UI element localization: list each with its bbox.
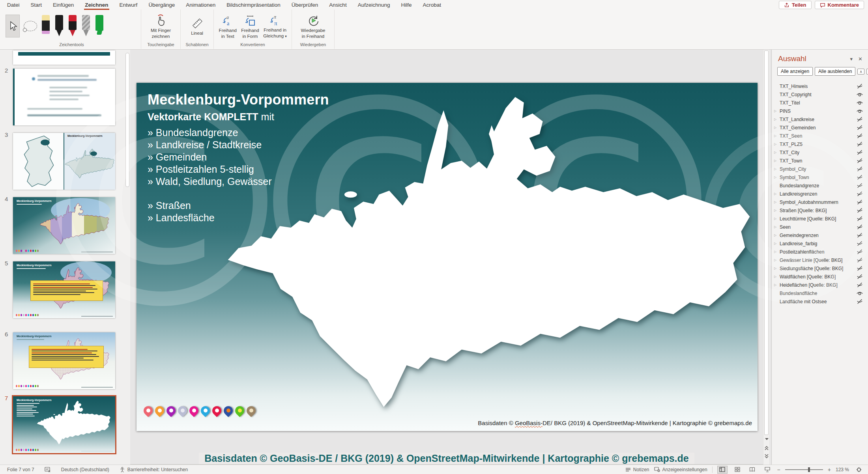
previous-slide-button[interactable] [764, 445, 769, 451]
current-slide[interactable]: Mecklenburg-Vorpommern Vektorkarte KOMPL… [137, 83, 758, 431]
move-down-button[interactable]: ∨ [866, 69, 868, 75]
selection-item[interactable]: ▷TXT_City [772, 148, 868, 157]
selection-item[interactable]: Bundeslandgrenze [772, 181, 868, 190]
map-pin-icon[interactable] [144, 406, 153, 419]
expand-icon[interactable]: ▷ [774, 151, 779, 154]
ink-replay-button[interactable]: Wiedergabe in Freihand [298, 13, 328, 39]
selection-item[interactable]: ▷Postleitzahlenflächen [772, 248, 868, 256]
selection-item[interactable]: ▷Gewässer Linie [Quelle: BKG] [772, 256, 868, 264]
expand-icon[interactable]: ▷ [774, 275, 779, 278]
pen-red[interactable] [68, 15, 77, 37]
map-pin-icon[interactable] [178, 406, 187, 419]
hidden-eye-icon[interactable] [855, 258, 863, 263]
expand-icon[interactable]: ▷ [774, 134, 779, 138]
normal-view-button[interactable] [717, 466, 728, 474]
show-all-button[interactable]: Alle anzeigen [777, 67, 813, 76]
selection-item[interactable]: ▷Waldflächen [Quelle: BKG] [772, 272, 868, 281]
hidden-eye-icon[interactable] [855, 158, 863, 163]
hidden-eye-icon[interactable] [855, 142, 863, 147]
expand-icon[interactable]: ▷ [774, 242, 779, 245]
selection-item[interactable]: ▷Seen [772, 223, 868, 231]
selection-item[interactable]: ▷PINS [772, 107, 868, 115]
hidden-eye-icon[interactable] [855, 233, 863, 238]
hidden-eye-icon[interactable] [855, 200, 863, 205]
selection-item[interactable]: ▷Leuchttürme [Quelle: BKG] [772, 215, 868, 223]
slide-sorter-view-button[interactable] [732, 466, 743, 474]
pane-close-icon[interactable]: ✕ [858, 56, 862, 62]
pen-yellow-highlighter[interactable] [41, 15, 51, 37]
pane-menu-icon[interactable]: ▾ [850, 56, 853, 62]
tab-entwurf[interactable]: Entwurf [119, 1, 138, 9]
expand-icon[interactable]: ▷ [774, 109, 779, 113]
hidden-eye-icon[interactable] [855, 224, 863, 230]
map-pin-icon[interactable] [235, 406, 245, 419]
tab-aufzeichnung[interactable]: Aufzeichnung [357, 1, 391, 9]
ink-to-text-button[interactable]: aa Freihand in Text [217, 13, 239, 39]
fit-to-window-button[interactable] [854, 466, 864, 474]
selection-item[interactable]: ▷TXT_Town [772, 157, 868, 165]
expand-icon[interactable]: ▷ [774, 217, 779, 220]
expand-icon[interactable]: ▷ [774, 175, 779, 179]
visible-eye-icon[interactable] [855, 92, 863, 97]
selection-item[interactable]: TXT_Hinweis [772, 82, 868, 90]
pencil-gray[interactable] [81, 15, 91, 37]
hidden-eye-icon[interactable] [855, 299, 863, 304]
visible-eye-icon[interactable] [855, 291, 863, 296]
ruler-button[interactable]: Lineal [185, 16, 209, 36]
selection-item[interactable]: ▷Straßen [Quelle: BKG] [772, 206, 868, 215]
slide-thumbnail-4[interactable]: Mecklenburg-Vorpommern [13, 197, 115, 254]
selection-item[interactable]: ▷TXT_Seen [772, 132, 868, 140]
hidden-eye-icon[interactable] [855, 216, 863, 221]
slide-counter[interactable]: Folie 7 von 7 [7, 467, 34, 472]
map-pin-icon[interactable] [166, 406, 176, 419]
selection-item[interactable]: ▷Gemeindegrenzen [772, 231, 868, 239]
ink-to-shape-button[interactable]: Freihand in Form [239, 13, 261, 39]
lasso-select-button[interactable] [24, 21, 37, 31]
expand-icon[interactable]: ▷ [774, 233, 779, 237]
expand-icon[interactable]: ▷ [774, 159, 779, 162]
map-pin-icon[interactable] [247, 406, 256, 419]
expand-icon[interactable]: ▷ [774, 258, 779, 262]
hidden-eye-icon[interactable] [855, 133, 863, 138]
pen-black[interactable] [54, 15, 64, 37]
selection-item[interactable]: ▷TXT_Landkreise [772, 115, 868, 123]
expand-icon[interactable]: ▷ [774, 250, 779, 254]
selection-item[interactable]: TXT_Copyright [772, 90, 868, 99]
hidden-eye-icon[interactable] [855, 84, 863, 89]
notes-text-line[interactable]: Basisdaten © GeoBasis-DE / BKG (2019) & … [130, 453, 763, 464]
selection-item[interactable]: ▷TXT_Gemeinden [772, 123, 868, 132]
tab-acrobat[interactable]: Acrobat [422, 1, 442, 9]
selection-item[interactable]: ▷Symbol_Autobahnnummern [772, 198, 868, 206]
expand-icon[interactable]: ▷ [774, 283, 779, 287]
selection-item[interactable]: ▷Symbol_City [772, 165, 868, 173]
expand-icon[interactable]: ▷ [774, 126, 779, 129]
selection-item[interactable]: ▷Symbol_Town [772, 173, 868, 181]
reading-view-button[interactable] [747, 466, 758, 474]
zoom-out-button[interactable]: − [777, 467, 780, 473]
draw-with-finger-button[interactable]: Mit Finger zeichnen [149, 13, 173, 39]
tab-übergänge[interactable]: Übergänge [148, 1, 176, 9]
hidden-eye-icon[interactable] [855, 241, 863, 246]
scrollbar-thumb[interactable] [764, 50, 769, 435]
pen-green-highlighter[interactable] [95, 15, 104, 37]
accessibility-status[interactable]: Barrierefreiheit: Untersuchen [120, 467, 188, 472]
hide-all-button[interactable]: Alle ausblenden [815, 67, 855, 76]
visible-eye-icon[interactable] [855, 108, 863, 114]
map-pin-icon[interactable] [224, 406, 233, 419]
expand-icon[interactable]: ▷ [774, 118, 779, 121]
vertical-scrollbar[interactable] [763, 50, 769, 465]
selection-item[interactable]: ▷Siedlungsfläche [Quelle: BKG] [772, 264, 868, 272]
hidden-eye-icon[interactable] [855, 282, 863, 287]
slide-thumbnail-1-partial[interactable] [13, 50, 115, 65]
slide-text-block[interactable]: Mecklenburg-Vorpommern Vektorkarte KOMPL… [148, 91, 329, 224]
selection-item[interactable]: ▷Landkreisgrenzen [772, 190, 868, 198]
hidden-eye-icon[interactable] [855, 150, 863, 155]
move-up-button[interactable]: ∧ [857, 69, 864, 75]
comments-button[interactable]: Kommentare [815, 1, 864, 9]
zoom-slider[interactable] [785, 469, 823, 470]
map-pin-icon[interactable] [189, 406, 199, 419]
hidden-eye-icon[interactable] [855, 166, 863, 172]
hidden-eye-icon[interactable] [855, 208, 863, 213]
select-tool-button[interactable] [6, 15, 20, 37]
ink-to-math-button[interactable]: ππ Freihand in Gleichung ▾ [262, 13, 288, 39]
